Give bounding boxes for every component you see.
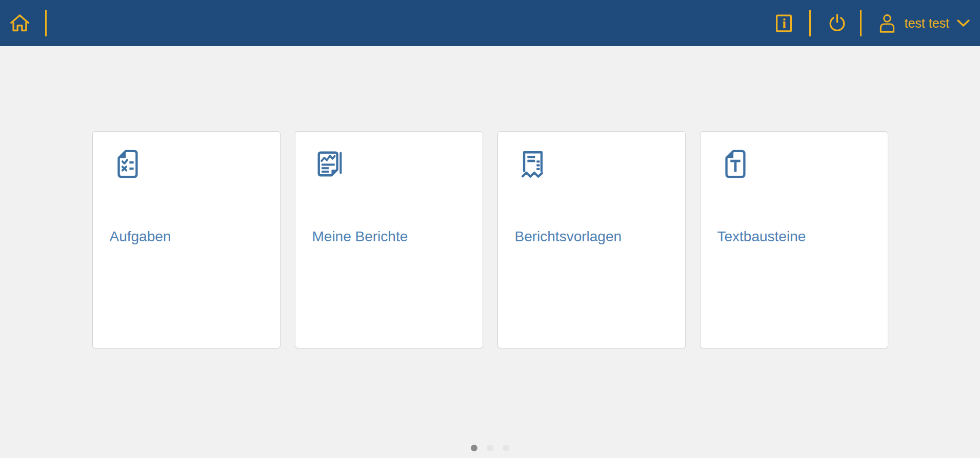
page-dot-3[interactable] [503, 445, 509, 451]
page-dot-1[interactable] [471, 445, 477, 451]
power-icon [827, 13, 848, 34]
tile-aufgaben[interactable]: Aufgaben [92, 131, 281, 348]
page-dot-2[interactable] [487, 445, 493, 451]
task-document-icon [112, 148, 144, 180]
tile-group: Aufgaben Meine Berichte [0, 131, 980, 348]
home-icon [9, 13, 31, 34]
tile-meine-berichte[interactable]: Meine Berichte [295, 131, 483, 348]
page-indicator [0, 445, 980, 451]
header-divider [45, 10, 47, 36]
report-chart-icon [314, 148, 346, 180]
chevron-down-icon [956, 19, 970, 27]
user-name: test test [904, 16, 949, 31]
launchpad-content: Aufgaben Meine Berichte [0, 131, 980, 348]
tile-textbausteine[interactable]: Textbausteine [700, 131, 888, 348]
tile-berichtsvorlagen[interactable]: Berichtsvorlagen [497, 131, 686, 348]
user-menu-button[interactable]: test test [879, 13, 970, 34]
top-shell-bar: i test test [0, 0, 980, 46]
receipt-icon [517, 148, 549, 180]
home-button[interactable] [9, 13, 31, 34]
header-divider [809, 10, 811, 36]
person-icon [879, 13, 895, 34]
info-button[interactable]: i [774, 14, 793, 33]
svg-text:i: i [783, 15, 787, 31]
tile-label: Meine Berichte [312, 228, 408, 245]
text-document-icon [719, 148, 751, 180]
tile-label: Aufgaben [110, 228, 171, 245]
header-divider [860, 10, 862, 36]
tile-label: Berichtsvorlagen [515, 228, 622, 245]
info-icon: i [774, 14, 793, 33]
logout-button[interactable] [827, 13, 848, 34]
tile-label: Textbausteine [717, 228, 806, 245]
